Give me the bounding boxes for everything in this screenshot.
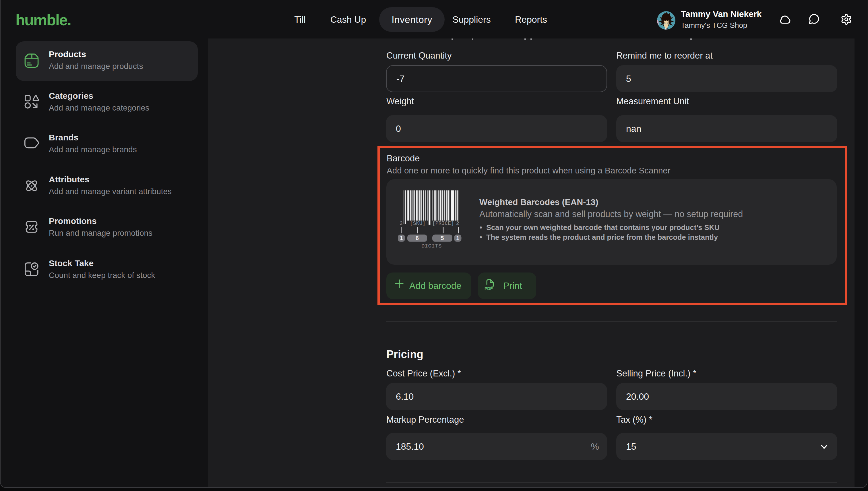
svg-text:5: 5 xyxy=(441,235,444,241)
svg-text:[PRICE]: [PRICE] xyxy=(432,221,454,226)
svg-text:2: 2 xyxy=(399,221,403,226)
svg-text:[SKU]: [SKU] xyxy=(410,221,425,226)
svg-text:1: 1 xyxy=(400,235,403,241)
svg-text:2: 2 xyxy=(456,221,459,226)
svg-text:PDF: PDF xyxy=(484,286,492,290)
svg-text:1: 1 xyxy=(456,235,459,241)
svg-text:DIGITS: DIGITS xyxy=(421,243,442,249)
svg-text:6: 6 xyxy=(416,235,419,241)
